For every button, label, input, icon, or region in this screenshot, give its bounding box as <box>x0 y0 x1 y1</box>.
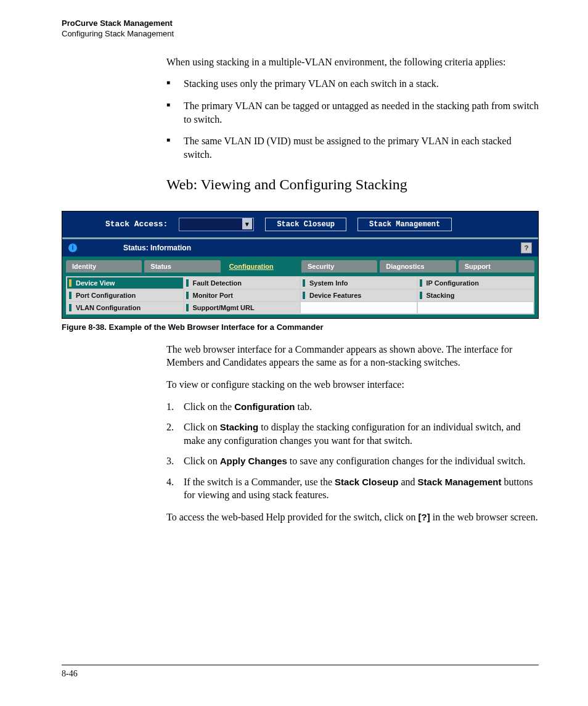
tab-security[interactable]: Security <box>301 260 377 273</box>
figure-caption: Figure 8-38. Example of the Web Browser … <box>62 322 539 332</box>
stack-closeup-button[interactable]: Stack Closeup <box>265 218 346 231</box>
tab-configuration[interactable]: Configuration <box>223 260 299 273</box>
criteria-bullets: Stacking uses only the primary VLAN on e… <box>166 77 539 161</box>
status-bar: i Status: Information ? <box>62 239 538 257</box>
tab-status[interactable]: Status <box>144 260 220 273</box>
step-item: If the switch is a Commander, use the St… <box>166 475 539 502</box>
closing-paragraph: To access the web-based Help provided fo… <box>166 511 539 524</box>
figure: Stack Access: Stack Closeup Stack Manage… <box>62 211 539 319</box>
page: ProCurve Stack Management Configuring St… <box>0 0 588 706</box>
intro-paragraph: When using stacking in a multiple-VLAN e… <box>166 55 539 69</box>
stack-access-bar: Stack Access: Stack Closeup Stack Manage… <box>62 211 538 237</box>
page-footer: 8-46 <box>62 665 539 679</box>
step-item: Click on Stacking to display the stackin… <box>166 421 539 447</box>
subnav-port-configuration[interactable]: Port Configuration <box>67 289 184 302</box>
tab-identity[interactable]: Identity <box>66 260 142 273</box>
step-item: Click on Apply Changes to save any confi… <box>166 454 539 468</box>
stack-access-label: Stack Access: <box>105 220 168 229</box>
subnav-empty <box>300 302 417 314</box>
bullet-item: The primary VLAN can be tagged or untagg… <box>166 99 539 126</box>
subnav-support-mgmt-url[interactable]: Support/Mgmt URL <box>184 302 301 314</box>
section-heading: Web: Viewing and Configuring Stacking <box>166 174 539 194</box>
body-column-2: The web browser interface for a Commande… <box>166 343 539 524</box>
tab-diagnostics[interactable]: Diagnostics <box>380 260 455 273</box>
web-ui-screenshot: Stack Access: Stack Closeup Stack Manage… <box>62 211 539 319</box>
body-column: When using stacking in a multiple-VLAN e… <box>166 55 539 195</box>
subnav-empty <box>417 302 534 314</box>
header-title: ProCurve Stack Management <box>62 18 539 29</box>
running-header: ProCurve Stack Management Configuring St… <box>62 18 539 39</box>
stack-access-dropdown[interactable] <box>179 218 254 231</box>
subnav-system-info[interactable]: System Info <box>300 277 417 289</box>
info-icon: i <box>68 244 77 252</box>
step-item: Click on the Configuration tab. <box>166 400 539 414</box>
after-figure-paragraph: The web browser interface for a Commande… <box>166 343 539 369</box>
tab-support[interactable]: Support <box>459 260 534 273</box>
bullet-item: Stacking uses only the primary VLAN on e… <box>166 77 539 91</box>
subnav-device-features[interactable]: Device Features <box>300 289 417 302</box>
subnav-ip-configuration[interactable]: IP Configuration <box>417 277 534 289</box>
bullet-item: The same VLAN ID (VID) must be assigned … <box>166 134 539 161</box>
subnav-device-view[interactable]: Device View <box>67 277 184 289</box>
sub-nav: Device View Fault Detection System Info … <box>62 273 538 318</box>
status-text: Status: Information <box>123 244 191 252</box>
subnav-monitor-port[interactable]: Monitor Port <box>184 289 301 302</box>
steps-intro: To view or configure stacking on the web… <box>166 378 539 392</box>
subnav-vlan-configuration[interactable]: VLAN Configuration <box>67 302 184 314</box>
help-icon[interactable]: ? <box>521 242 532 253</box>
header-subtitle: Configuring Stack Management <box>62 29 539 39</box>
subnav-stacking[interactable]: Stacking <box>417 289 534 302</box>
subnav-fault-detection[interactable]: Fault Detection <box>184 277 301 289</box>
main-tabs: Identity Status Configuration Security D… <box>62 257 538 273</box>
stack-management-button[interactable]: Stack Management <box>357 218 452 231</box>
steps-list: Click on the Configuration tab. Click on… <box>166 400 539 503</box>
page-number: 8-46 <box>62 669 78 678</box>
